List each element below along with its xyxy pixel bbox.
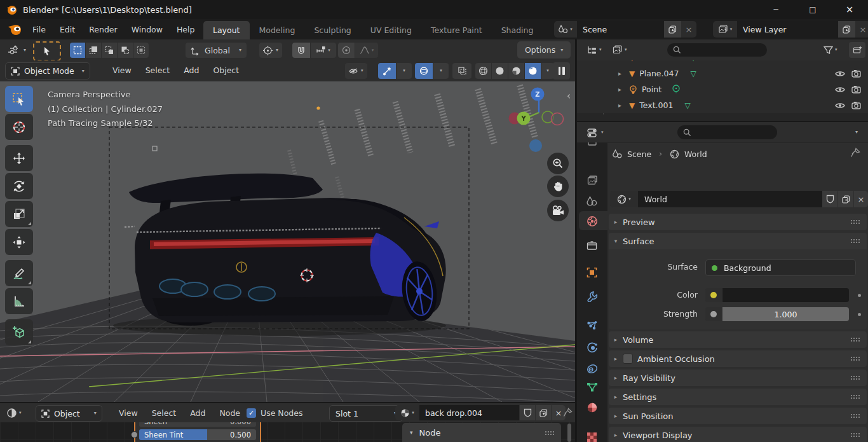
new-collection-button[interactable] (849, 42, 865, 58)
view-layer-copy-button[interactable] (838, 21, 855, 38)
use-nodes-checkbox[interactable]: ✓ Use Nodes (247, 405, 302, 420)
xray-toggle[interactable] (452, 63, 471, 79)
tool-measure[interactable] (5, 288, 33, 314)
strength-slider[interactable]: 1.000 (722, 307, 849, 321)
panel-preview[interactable]: ▸Preview (609, 214, 867, 230)
snap-to-dropdown[interactable]: ▾ (311, 43, 336, 58)
tool-move[interactable] (5, 145, 33, 171)
slot-dropdown[interactable]: Slot 1 ▾ (329, 405, 403, 422)
tab-object-properties[interactable] (587, 267, 597, 278)
fake-user-button[interactable] (822, 191, 837, 207)
select-set-button[interactable] (70, 43, 85, 58)
shading-solid-button[interactable] (492, 63, 508, 79)
shader-scrollbar[interactable] (567, 424, 571, 442)
scene-unlink-button[interactable]: × (681, 21, 696, 38)
shading-material-button[interactable] (508, 63, 524, 79)
panel-surface[interactable]: ▾Surface (609, 233, 867, 249)
strength-field[interactable]: 1.000 (705, 307, 849, 321)
panel-drag-dots[interactable] (850, 337, 860, 342)
maximize-button[interactable]: □ (794, 0, 831, 19)
strength-socket-button[interactable] (705, 307, 722, 321)
panel-sun-position[interactable]: ▸Sun Position (609, 408, 867, 424)
panel-drag-dots[interactable] (850, 238, 860, 244)
panel-drag-dots[interactable] (850, 375, 860, 380)
tool-scale[interactable] (5, 201, 33, 227)
material-browse-button[interactable]: ▾ (395, 405, 419, 420)
scene-name-field[interactable]: Scene (577, 21, 664, 38)
menu-edit[interactable]: Edit (53, 25, 82, 34)
tab-constraint-properties[interactable] (587, 364, 598, 374)
panel-drag-dots[interactable] (850, 219, 860, 224)
tool-rotate[interactable] (5, 173, 33, 199)
tab-world-properties[interactable] (587, 216, 598, 227)
panel-drag-dots[interactable] (850, 432, 860, 438)
panel-drag-dots[interactable] (545, 431, 555, 436)
strength-animate-dot[interactable] (858, 313, 861, 316)
hide-eye-toggle[interactable] (835, 70, 845, 78)
scene-browse-button[interactable]: ▾ (554, 21, 577, 38)
surface-shader-dropdown[interactable]: Background (705, 259, 856, 276)
show-gizmo-toggle[interactable] (378, 63, 396, 79)
panel-drag-dots[interactable] (850, 356, 860, 361)
hide-eye-toggle[interactable] (835, 86, 845, 93)
view-layer-remove-button[interactable]: × (855, 21, 868, 38)
select-invert-button[interactable] (118, 43, 133, 58)
tool-menu-dropdown[interactable]: ▾ (5, 42, 29, 58)
tool-cursor[interactable] (5, 114, 33, 140)
panel-ambient-occlusion[interactable]: ▸ Ambient Occlusion (609, 350, 867, 367)
menu-file[interactable]: File (25, 25, 53, 34)
properties-display-dropdown[interactable]: ▾ (585, 125, 606, 141)
panel-drag-dots[interactable] (850, 413, 860, 418)
proportional-falloff-dropdown[interactable]: ▾ (355, 43, 378, 58)
active-tool-button[interactable] (33, 41, 61, 61)
select-subtract-button[interactable] (102, 43, 117, 58)
tool-select-box[interactable] (5, 86, 33, 112)
minimize-button[interactable]: ─ (757, 0, 794, 19)
overlays-dropdown[interactable]: ▾ (433, 63, 449, 79)
material-name-field[interactable]: back drop.004 (419, 405, 519, 420)
material-copy-button[interactable] (536, 405, 551, 420)
viewport-menu-view[interactable]: View (105, 66, 139, 75)
properties-filter-dropdown[interactable]: ▾ (849, 125, 864, 139)
scene-new-copy-button[interactable] (664, 21, 681, 38)
menu-window[interactable]: Window (125, 25, 170, 34)
checkbox-box[interactable]: ✓ (247, 408, 256, 418)
panel-viewport-display[interactable]: ▸Viewport Display (609, 427, 867, 442)
tab-particle-properties[interactable] (587, 321, 598, 331)
shader-node[interactable]: Sheen0.000 Sheen Tint0.500 (134, 422, 261, 442)
render-visibility-toggle[interactable] (851, 101, 861, 109)
sidebar-toggle-arrow[interactable]: ‹ (567, 90, 571, 102)
view-layer-browse-button[interactable]: ▾ (713, 21, 737, 38)
properties-search-input[interactable] (677, 125, 777, 139)
shading-rendered-button[interactable] (525, 63, 541, 79)
shader-editor-type-dropdown[interactable]: ▾ (4, 405, 24, 420)
outliner-display-mode-dropdown[interactable]: ▾ (583, 42, 605, 58)
tab-scene-properties[interactable] (587, 196, 597, 206)
zoom-button[interactable] (547, 153, 569, 174)
blender-logo-icon[interactable] (8, 22, 23, 36)
outliner-row-text001[interactable]: ▸ ▼ Text.001 ▽ (577, 97, 868, 113)
color-animate-dot[interactable] (858, 294, 861, 297)
tab-texture-paint[interactable]: Texture Paint (421, 21, 492, 39)
transform-orientation-dropdown[interactable]: Global ▾ (186, 43, 247, 58)
world-name-field[interactable]: World (638, 191, 822, 207)
node-row-sheen[interactable]: Sheen0.000 (139, 422, 256, 427)
proportional-edit-toggle[interactable] (338, 43, 355, 58)
shader-menu-select[interactable]: Select (145, 408, 184, 418)
tab-modifier-properties[interactable] (587, 291, 598, 302)
shader-type-dropdown[interactable]: Object ▾ (36, 405, 102, 422)
shading-dropdown[interactable]: ▾ (541, 63, 554, 79)
tab-texture-properties[interactable] (587, 432, 597, 442)
tab-view-layer-properties[interactable] (587, 176, 597, 186)
breadcrumb-world[interactable]: World (684, 149, 707, 159)
snap-toggle-button[interactable] (292, 43, 310, 58)
ao-checkbox[interactable] (623, 354, 633, 364)
show-overlays-toggle[interactable] (415, 63, 433, 79)
node-sidebar-panel-header[interactable]: ▾ Node (402, 423, 561, 442)
close-button[interactable]: × (831, 0, 868, 19)
tab-material-properties[interactable] (587, 402, 598, 413)
pin-icon[interactable] (850, 148, 860, 158)
menu-render[interactable]: Render (82, 25, 125, 34)
outliner-filter-display-dropdown[interactable]: ▾ (609, 42, 630, 58)
breadcrumb-scene[interactable]: Scene (627, 149, 651, 159)
